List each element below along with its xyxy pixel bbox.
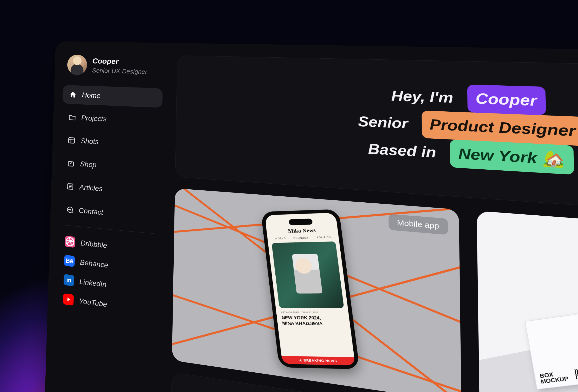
hero-text: Senior	[358, 113, 408, 132]
project-card-mobile-app[interactable]: Mika News WORLD ECONOMY POLITICS ART & C…	[172, 188, 461, 392]
dribbble-icon	[65, 236, 75, 248]
folder-icon	[68, 113, 76, 122]
social-label: LinkedIn	[79, 277, 106, 289]
mock-tabs: WORLD ECONOMY POLITICS	[271, 235, 335, 240]
app-window: Cooper Senior UX Designer Home Projects	[43, 41, 578, 392]
sidebar-item-articles[interactable]: Articles	[60, 176, 161, 203]
profile-block[interactable]: Cooper Senior UX Designer	[63, 54, 163, 88]
mock-meta: ART & CULTURE JUNE 22, 2024	[281, 311, 344, 314]
svg-point-5	[70, 209, 71, 210]
mock-headline: NEW YORK 2024, MINA KHADJIEVA	[281, 315, 345, 327]
project-cards: Mika News WORLD ECONOMY POLITICS ART & C…	[172, 188, 578, 392]
sidebar-item-label: Shots	[81, 137, 99, 146]
sidebar: Cooper Senior UX Designer Home Projects	[43, 41, 173, 392]
social-label: YouTube	[79, 297, 107, 309]
sidebar-socials: Dribbble Bē Behance in LinkedIn YouTube	[56, 231, 160, 321]
social-label: Behance	[80, 258, 108, 269]
article-icon	[66, 182, 74, 191]
mock-tag: ART & CULTURE	[281, 311, 299, 314]
barcode-icon	[575, 364, 578, 379]
svg-rect-0	[69, 137, 75, 143]
sidebar-item-label: Home	[82, 91, 100, 100]
mock-masthead: Mika News	[270, 226, 334, 235]
project-card-branding[interactable]: BOX• MOCKUP BOX MOCKUP	[477, 211, 578, 392]
mock-tab: WORLD	[275, 237, 286, 240]
behance-icon: Bē	[64, 255, 75, 267]
chat-icon	[66, 205, 74, 214]
main-content: Hey, I'm Cooper Senior Product Designer …	[165, 43, 578, 392]
hero-text: Hey, I'm	[391, 87, 453, 106]
avatar	[67, 54, 87, 75]
linkedin-icon: in	[64, 274, 74, 286]
mock-tab: ECONOMY	[293, 236, 309, 239]
mock-ticker: ★ BREAKING NEWS	[281, 356, 355, 365]
mock-headline-l1: NEW YORK 2024,	[281, 315, 321, 320]
sidebar-item-home[interactable]: Home	[62, 85, 163, 108]
hero-pill-name: Cooper	[467, 85, 546, 115]
social-label: Dribbble	[80, 238, 107, 250]
sidebar-item-contact[interactable]: Contact	[59, 199, 160, 227]
svg-point-4	[69, 209, 70, 210]
phone-notch	[289, 218, 313, 225]
home-icon	[69, 90, 77, 99]
layout-icon	[67, 136, 76, 145]
sidebar-item-label: Articles	[79, 183, 103, 193]
sidebar-item-shots[interactable]: Shots	[61, 131, 162, 155]
svg-rect-1	[68, 161, 74, 166]
sidebar-item-label: Contact	[79, 206, 103, 217]
svg-point-3	[68, 209, 69, 210]
mock-headline-l2: MINA KHADJIEVA	[282, 321, 323, 326]
profile-name: Cooper	[92, 56, 147, 66]
profile-role: Senior UX Designer	[92, 67, 147, 76]
mock-date: JUNE 22, 2024	[302, 311, 318, 314]
sidebar-item-projects[interactable]: Projects	[62, 107, 162, 131]
sidebar-item-label: Shop	[80, 160, 96, 169]
mock-tab: POLITICS	[316, 236, 331, 239]
mock-hero-image	[271, 241, 344, 308]
hero-pill-location: New York 🏡	[450, 139, 574, 175]
sidebar-item-label: Projects	[81, 114, 107, 123]
hero-text: Based in	[368, 140, 436, 161]
youtube-icon	[63, 293, 74, 305]
bag-icon	[67, 159, 75, 168]
sidebar-item-shop[interactable]: Shop	[60, 153, 161, 179]
sidebar-nav: Home Projects Shots Shop	[59, 85, 163, 227]
box-small-text: BOX MOCKUP	[539, 370, 569, 385]
